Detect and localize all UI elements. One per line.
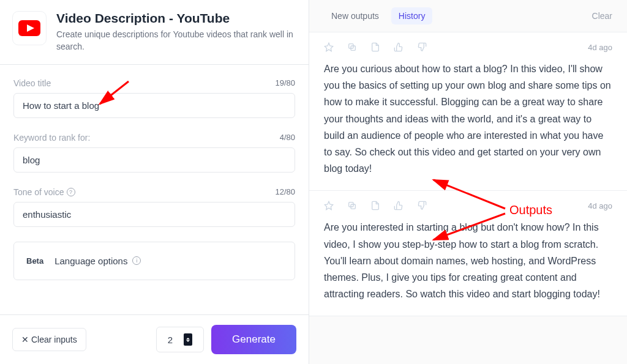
document-icon[interactable] [370, 201, 380, 210]
thumbs-up-icon[interactable] [394, 42, 404, 52]
tabs-row: New outputs History Clear [309, 0, 627, 32]
form-area: Video title 19/80 Keyword to rank for: 4… [0, 65, 309, 314]
output-text: Are you curious about how to start a blo… [324, 61, 612, 177]
tone-count: 12/80 [275, 187, 295, 196]
tab-history[interactable]: History [391, 7, 433, 24]
video-title-input[interactable] [13, 93, 295, 118]
stepper-arrows-icon[interactable] [184, 333, 192, 346]
keyword-count: 4/80 [280, 133, 295, 142]
star-icon[interactable] [324, 42, 334, 52]
youtube-icon [12, 11, 47, 45]
x-icon: ✕ [21, 335, 29, 344]
output-toolbar [324, 42, 427, 52]
language-options-card[interactable]: Beta Language options i [13, 242, 295, 280]
template-header: Video Description - YouTube Create uniqu… [0, 0, 309, 65]
keyword-input[interactable] [13, 147, 295, 173]
keyword-label: Keyword to rank for: [13, 133, 90, 143]
star-icon[interactable] [324, 201, 334, 210]
page-title: Video Description - YouTube [56, 11, 296, 26]
output-card[interactable]: 4d ago Are you curious about how to star… [309, 32, 627, 191]
clear-outputs-button[interactable]: Clear [592, 11, 612, 21]
left-pane: Video Description - YouTube Create uniqu… [0, 0, 309, 364]
page-subtitle: Create unique descriptions for Youtube v… [56, 28, 296, 53]
video-title-count: 19/80 [275, 78, 295, 87]
generate-button[interactable]: Generate [211, 325, 296, 354]
thumbs-down-icon[interactable] [417, 201, 427, 210]
thumbs-down-icon[interactable] [417, 42, 427, 52]
video-title-label: Video title [13, 78, 51, 88]
copy-icon[interactable] [347, 201, 357, 210]
document-icon[interactable] [370, 42, 380, 52]
output-toolbar [324, 201, 427, 210]
output-count-value: 2 [168, 335, 173, 345]
language-options-label: Language options i [54, 256, 141, 266]
info-icon[interactable]: i [132, 256, 141, 265]
output-timestamp: 4d ago [588, 43, 612, 52]
thumbs-up-icon[interactable] [394, 201, 404, 210]
output-count-stepper[interactable]: 2 [156, 327, 204, 352]
right-pane: New outputs History Clear 4d ago Are you… [309, 0, 627, 364]
output-text: Are you interested in starting a blog bu… [324, 219, 612, 302]
help-icon[interactable]: ? [67, 188, 75, 196]
output-timestamp: 4d ago [588, 201, 612, 210]
output-card[interactable]: 4d ago Are you interested in starting a … [309, 190, 627, 316]
tone-input[interactable] [13, 202, 295, 227]
copy-icon[interactable] [347, 42, 357, 52]
clear-inputs-button[interactable]: ✕ Clear inputs [12, 328, 86, 351]
beta-badge: Beta [26, 256, 43, 266]
footer-bar: ✕ Clear inputs 2 Generate [0, 314, 309, 364]
tab-new-outputs[interactable]: New outputs [324, 7, 386, 24]
tone-label: Tone of voice ? [13, 187, 75, 197]
